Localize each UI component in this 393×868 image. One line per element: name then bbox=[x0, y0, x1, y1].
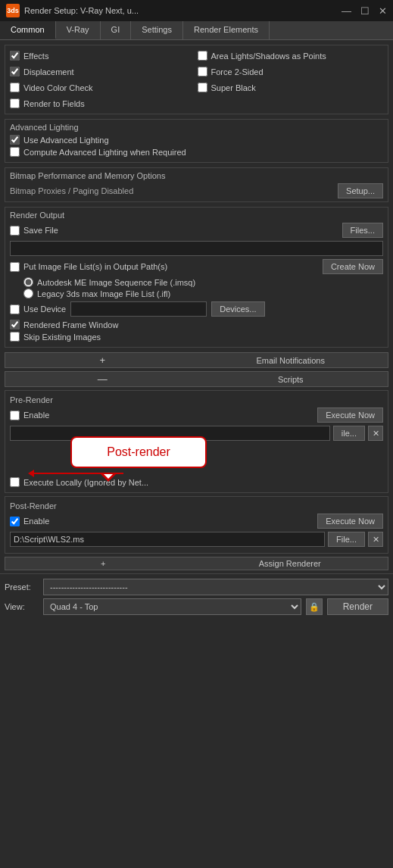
tooltip-text: Post-render bbox=[107, 445, 170, 458]
view-select[interactable]: Quad 4 - Top bbox=[43, 598, 301, 615]
close-button[interactable]: ✕ bbox=[379, 5, 387, 17]
device-input[interactable] bbox=[70, 301, 207, 317]
device-row: Use Device Devices... bbox=[10, 301, 383, 317]
tooltip-container: Post-render bbox=[10, 436, 383, 474]
effects-label: Effects bbox=[23, 52, 48, 61]
devices-button[interactable]: Devices... bbox=[211, 301, 264, 317]
put-image-file-list-checkbox[interactable] bbox=[10, 262, 20, 272]
skip-existing-images-checkbox[interactable] bbox=[10, 332, 20, 342]
post-render-title: Post-Render bbox=[10, 501, 383, 510]
compute-advanced-lighting-label: Compute Advanced Lighting when Required bbox=[23, 148, 186, 157]
email-notifications-bar[interactable]: + Email Notifications bbox=[5, 352, 388, 368]
render-to-fields-checkbox[interactable] bbox=[10, 98, 20, 108]
super-black-checkbox-row: Super Black bbox=[198, 83, 384, 92]
displacement-checkbox[interactable] bbox=[10, 67, 20, 76]
bitmap-text: Bitmap Proxies / Paging Disabled bbox=[10, 186, 133, 195]
displacement-checkbox-row: Displacement bbox=[10, 67, 196, 76]
create-now-button[interactable]: Create Now bbox=[323, 259, 383, 274]
assign-renderer-bar[interactable]: + Assign Renderer bbox=[5, 557, 388, 570]
video-color-label: Video Color Check bbox=[23, 83, 93, 92]
autodesk-radio-row: Autodesk ME Image Sequence File (.imsq) bbox=[23, 277, 383, 287]
tab-vray[interactable]: V-Ray bbox=[56, 21, 101, 39]
scripts-section: Pre-Render Enable Execute Now ile... ✕ P… bbox=[5, 390, 388, 493]
save-file-checkbox[interactable] bbox=[10, 226, 20, 236]
put-image-file-list-label: Put Image File List(s) in Output Path(s) bbox=[23, 262, 167, 271]
video-color-checkbox-row: Video Color Check bbox=[10, 83, 196, 92]
maximize-button[interactable]: ☐ bbox=[360, 5, 370, 17]
app-logo: 3ds bbox=[6, 4, 20, 17]
pre-render-execute-now-button[interactable]: Execute Now bbox=[317, 407, 383, 423]
bitmap-section-title: Bitmap Performance and Memory Options bbox=[10, 171, 383, 180]
rendered-frame-window-checkbox[interactable] bbox=[10, 320, 20, 329]
common-checkboxes-grid: Effects Area Lights/Shadows as Points Di… bbox=[10, 48, 383, 111]
scripts-bar[interactable]: — Scripts bbox=[5, 371, 388, 387]
use-advanced-lighting-label: Use Advanced Lighting bbox=[23, 136, 109, 145]
post-render-execute-row: Enable Execute Now bbox=[10, 514, 383, 529]
setup-button[interactable]: Setup... bbox=[338, 183, 383, 198]
super-black-checkbox[interactable] bbox=[198, 83, 207, 92]
tab-render-elements[interactable]: Render Elements bbox=[183, 21, 270, 39]
skip-existing-images-row: Skip Existing Images bbox=[10, 332, 383, 342]
render-button[interactable]: Render bbox=[327, 598, 388, 615]
pre-render-execute-row: Enable Execute Now bbox=[10, 407, 383, 423]
render-output-title: Render Output bbox=[10, 211, 383, 220]
preset-select[interactable]: ---------------------------- bbox=[43, 579, 388, 595]
pre-render-title: Pre-Render bbox=[10, 395, 383, 404]
post-render-tooltip: Post-render bbox=[70, 436, 207, 468]
rendered-frame-window-row: Rendered Frame Window bbox=[10, 320, 383, 329]
pre-render-execute-locally-label: Execute Locally (Ignored by Net... bbox=[23, 478, 148, 487]
legacy-radio[interactable] bbox=[23, 289, 33, 298]
post-render-file-input[interactable] bbox=[10, 532, 325, 547]
preset-row: Preset: ---------------------------- bbox=[5, 579, 388, 595]
main-content: Effects Area Lights/Shadows as Points Di… bbox=[0, 45, 393, 620]
super-black-label: Super Black bbox=[211, 83, 256, 92]
post-render-clear-button[interactable]: ✕ bbox=[368, 532, 383, 547]
use-device-checkbox-row: Use Device bbox=[10, 304, 66, 314]
window-controls: — ☐ ✕ bbox=[342, 5, 387, 17]
autodesk-radio[interactable] bbox=[23, 277, 33, 287]
area-lights-checkbox[interactable] bbox=[198, 51, 207, 61]
view-label: View: bbox=[5, 602, 39, 611]
create-now-row: Put Image File List(s) in Output Path(s)… bbox=[10, 259, 383, 274]
lock-icon[interactable]: 🔒 bbox=[306, 598, 323, 615]
compute-advanced-lighting-row: Compute Advanced Lighting when Required bbox=[10, 147, 383, 157]
rendered-frame-window-label: Rendered Frame Window bbox=[23, 320, 118, 329]
post-render-file-row: File... ✕ bbox=[10, 532, 383, 547]
video-color-checkbox[interactable] bbox=[10, 83, 20, 92]
use-advanced-lighting-checkbox[interactable] bbox=[10, 135, 20, 145]
render-to-fields-checkbox-row: Render to Fields bbox=[10, 98, 196, 108]
save-file-left: Save File bbox=[10, 226, 58, 236]
post-render-enable-checkbox[interactable] bbox=[10, 517, 20, 526]
legacy-radio-row: Legacy 3ds max Image File List (.ifl) bbox=[23, 289, 383, 298]
pre-render-enable-checkbox[interactable] bbox=[10, 411, 20, 420]
compute-advanced-lighting-checkbox[interactable] bbox=[10, 147, 20, 157]
files-button[interactable]: Files... bbox=[342, 223, 383, 238]
tabs-bar: Common V-Ray GI Settings Render Elements bbox=[0, 21, 393, 40]
use-device-checkbox[interactable] bbox=[10, 304, 20, 314]
post-render-section: Post-Render Enable Execute Now File... ✕ bbox=[5, 496, 388, 554]
autodesk-radio-label: Autodesk ME Image Sequence File (.imsq) bbox=[37, 278, 195, 287]
legacy-radio-label: Legacy 3ds max Image File List (.ifl) bbox=[37, 289, 170, 298]
tab-common[interactable]: Common bbox=[0, 21, 56, 39]
tab-gi[interactable]: GI bbox=[101, 21, 132, 39]
save-file-row: Save File Files... bbox=[10, 223, 383, 238]
use-device-label: Use Device bbox=[23, 304, 66, 314]
pre-render-execute-locally-row: Execute Locally (Ignored by Net... bbox=[10, 477, 383, 487]
minimize-button[interactable]: — bbox=[342, 5, 351, 17]
bottom-bar: Preset: ---------------------------- Vie… bbox=[0, 573, 393, 620]
tooltip-arrow-line bbox=[33, 473, 123, 474]
output-path-input[interactable] bbox=[10, 241, 383, 256]
post-render-file-button[interactable]: File... bbox=[328, 532, 365, 547]
common-section: Effects Area Lights/Shadows as Points Di… bbox=[5, 45, 388, 114]
tab-settings[interactable]: Settings bbox=[131, 21, 183, 39]
scripts-minus-icon: — bbox=[10, 373, 195, 385]
force-2-sided-checkbox[interactable] bbox=[198, 67, 207, 76]
post-render-enable-left: Enable bbox=[10, 517, 49, 526]
pre-render-execute-locally-checkbox[interactable] bbox=[10, 477, 20, 487]
bitmap-row: Bitmap Proxies / Paging Disabled Setup..… bbox=[10, 183, 383, 198]
save-file-label: Save File bbox=[23, 226, 58, 235]
area-lights-label: Area Lights/Shadows as Points bbox=[211, 52, 326, 61]
effects-checkbox[interactable] bbox=[10, 51, 20, 61]
post-render-execute-now-button[interactable]: Execute Now bbox=[317, 514, 383, 529]
window-title: Render Setup: V-Ray Next, u... bbox=[24, 6, 342, 15]
